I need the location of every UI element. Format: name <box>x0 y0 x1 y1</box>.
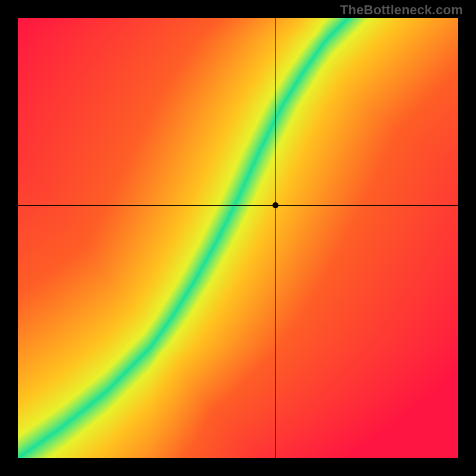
bottleneck-heatmap-plot <box>18 18 458 458</box>
watermark-text: TheBottleneck.com <box>340 2 463 18</box>
crosshair-vertical <box>275 18 276 458</box>
crosshair-horizontal <box>18 205 458 206</box>
selection-marker-dot <box>273 202 278 208</box>
heatmap-canvas <box>18 18 458 458</box>
